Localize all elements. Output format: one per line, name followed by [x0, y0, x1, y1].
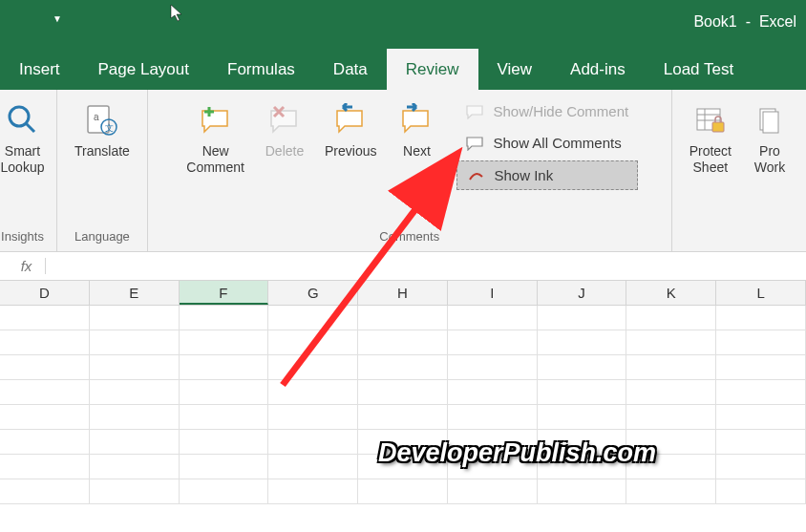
fx-label[interactable]: fx [0, 258, 46, 274]
delete-comment-label: Delete [265, 143, 304, 160]
svg-rect-12 [763, 112, 778, 133]
delete-comment-icon [265, 101, 304, 139]
smart-lookup-button[interactable]: Smart Lookup [0, 97, 50, 180]
col-header-g[interactable]: G [268, 281, 358, 305]
doc-name: Book1 [693, 13, 736, 30]
spreadsheet-grid[interactable] [0, 306, 806, 504]
show-ink-label: Show Ink [494, 167, 553, 183]
translate-label: Translate [74, 143, 130, 160]
next-comment-label: Next [403, 143, 431, 160]
protect-sheet-button[interactable]: Protect Sheet [684, 97, 737, 180]
search-icon [4, 101, 42, 139]
protect-workbook-label: Pro Work [754, 143, 785, 176]
show-hide-label: Show/Hide Comment [493, 103, 628, 119]
formula-bar: fx [0, 252, 806, 281]
show-all-comments-button[interactable]: Show All Comments [456, 129, 638, 157]
watermark-text: DeveloperPublish.com [378, 438, 656, 468]
title-sep: - [746, 13, 751, 30]
tab-page-layout[interactable]: Page Layout [79, 49, 208, 90]
protect-workbook-icon [751, 101, 789, 139]
app-name: Excel [759, 13, 796, 30]
title-bar: ▼ Book1 - Excel [0, 0, 806, 44]
smart-lookup-label: Smart Lookup [1, 143, 45, 176]
protect-workbook-button[interactable]: Pro Work [745, 97, 795, 180]
protect-sheet-label: Protect Sheet [689, 143, 732, 176]
new-comment-icon [197, 101, 235, 139]
tab-load-test[interactable]: Load Test [645, 49, 753, 90]
ink-icon [467, 168, 486, 183]
next-comment-icon [397, 101, 435, 139]
protect-sheet-icon [691, 101, 730, 139]
col-header-h[interactable]: H [358, 281, 448, 305]
show-all-label: Show All Comments [493, 135, 621, 151]
mouse-cursor-icon [170, 4, 185, 28]
qat-dropdown-icon[interactable]: ▼ [53, 13, 62, 24]
col-header-f[interactable]: F [180, 281, 269, 305]
previous-comment-icon [331, 101, 370, 139]
translate-icon: a文 [83, 101, 121, 139]
tab-review[interactable]: Review [387, 49, 478, 90]
svg-line-1 [26, 123, 34, 132]
group-insights-label: Insights [1, 229, 44, 247]
col-header-d[interactable]: D [0, 281, 90, 305]
svg-text:文: 文 [105, 123, 114, 133]
translate-button[interactable]: a文 Translate [69, 97, 136, 163]
ribbon: Smart Lookup Insights a文 Translate Langu… [0, 90, 806, 252]
tab-add-ins[interactable]: Add-ins [551, 49, 645, 90]
previous-comment-button[interactable]: Previous [319, 97, 382, 163]
delete-comment-button[interactable]: Delete [258, 97, 311, 163]
new-comment-button[interactable]: New Comment [180, 97, 250, 180]
svg-rect-10 [712, 122, 724, 132]
ribbon-tabs: Insert Page Layout Formulas Data Review … [0, 44, 806, 90]
show-ink-button[interactable]: Show Ink [456, 160, 638, 190]
tab-view[interactable]: View [478, 49, 552, 90]
col-header-k[interactable]: K [626, 281, 716, 305]
previous-comment-label: Previous [325, 143, 376, 160]
col-header-i[interactable]: I [448, 281, 538, 305]
comments-icon [466, 136, 485, 151]
col-header-l[interactable]: L [716, 281, 806, 305]
comment-icon [466, 104, 485, 119]
new-comment-label: New Comment [186, 143, 244, 176]
next-comment-button[interactable]: Next [390, 97, 443, 163]
svg-text:a: a [94, 112, 99, 122]
tab-formulas[interactable]: Formulas [208, 49, 314, 90]
col-header-j[interactable]: J [538, 281, 627, 305]
tab-data[interactable]: Data [314, 49, 387, 90]
app-title: Book1 - Excel [693, 13, 796, 31]
col-header-e[interactable]: E [90, 281, 180, 305]
group-comments-label: Comments [379, 229, 439, 247]
group-language-label: Language [74, 229, 130, 247]
show-hide-comment-button[interactable]: Show/Hide Comment [456, 97, 638, 125]
tab-insert[interactable]: Insert [0, 49, 79, 90]
column-headers: D E F G H I J K L [0, 281, 806, 306]
